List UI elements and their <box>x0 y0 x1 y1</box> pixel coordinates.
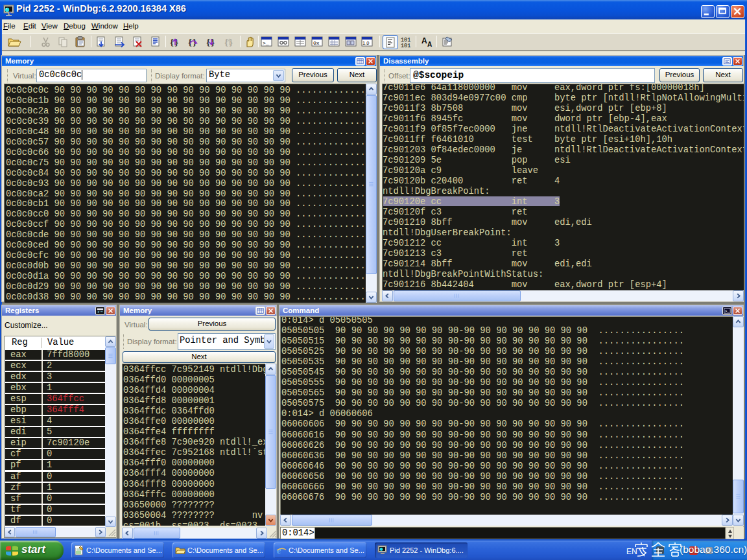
svg-text:101: 101 <box>401 43 410 49</box>
svg-text:{ }: { } <box>224 37 233 47</box>
svg-text:1.0: 1.0 <box>362 40 369 46</box>
svg-text:0x: 0x <box>313 40 320 46</box>
svg-text:>_: >_ <box>263 40 269 46</box>
svg-text:101: 101 <box>401 37 410 43</box>
svg-text:{ }: { } <box>206 37 215 47</box>
svg-text:A: A <box>427 41 432 48</box>
svg-text:>_: >_ <box>725 309 730 314</box>
svg-text:{ }: { } <box>170 37 178 47</box>
svg-text:A: A <box>421 36 427 45</box>
